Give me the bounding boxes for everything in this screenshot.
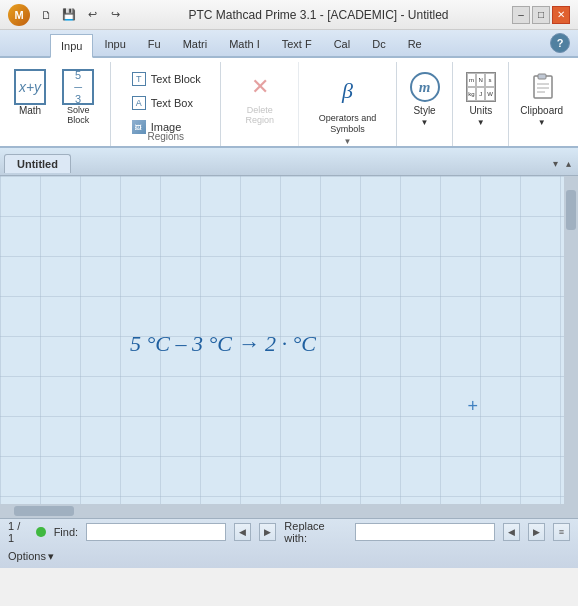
style-button[interactable]: m Style ▼ — [400, 66, 450, 132]
text-box-icon: A — [131, 95, 147, 111]
units-button[interactable]: m N s kg J W Units ▼ — [456, 66, 506, 132]
vertical-scrollbar[interactable] — [564, 176, 578, 504]
page-indicator: 1 / 1 — [8, 520, 28, 544]
window-controls: – □ ✕ — [512, 6, 570, 24]
operators-symbols-button[interactable]: β Operators and Symbols ▼ — [305, 66, 390, 151]
window-title: PTC Mathcad Prime 3.1 - [ACADEMIC] - Unt… — [125, 8, 512, 22]
replace-next-button[interactable]: ▶ — [528, 523, 545, 541]
ribbon-group-regions: T Text Block A Text Box 🖼 Image Regions — [111, 62, 221, 146]
close-button[interactable]: ✕ — [552, 6, 570, 24]
lines-button[interactable]: ≡ — [553, 523, 570, 541]
replace-label: Replace with: — [284, 520, 346, 544]
undo-button[interactable]: ↩ — [82, 6, 102, 24]
save-button[interactable]: 💾 — [59, 6, 79, 24]
delete-region-button: ✕ Delete Region — [227, 66, 292, 130]
units-content: m N s kg J W Units ▼ — [456, 62, 506, 146]
document-tab-bar: Untitled ▾ ▴ — [0, 148, 578, 176]
math-button[interactable]: x+y Math — [10, 66, 50, 121]
text-block-button[interactable]: T Text Block — [124, 68, 208, 90]
app-logo: M — [8, 4, 30, 26]
style-content: m Style ▼ — [400, 62, 450, 146]
title-bar-left: M 🗋 💾 ↩ ↪ — [8, 4, 125, 26]
replace-input[interactable] — [355, 523, 495, 541]
find-input[interactable] — [86, 523, 226, 541]
document-tab-controls: ▾ ▴ — [550, 157, 574, 170]
solve-icon: 5─3 — [62, 71, 94, 103]
ribbon-group-clipboard: Clipboard ▼ — [509, 62, 574, 146]
find-label: Find: — [54, 526, 78, 538]
tab-insert[interactable]: Inpu — [50, 34, 93, 58]
replace-prev-button[interactable]: ◀ — [503, 523, 520, 541]
new-button[interactable]: 🗋 — [36, 6, 56, 24]
find-prev-button[interactable]: ◀ — [234, 523, 251, 541]
tab-input[interactable]: Inpu — [93, 32, 136, 56]
ribbon-group-math: x+y Math 5─3 Solve Block — [4, 62, 111, 146]
text-box-button[interactable]: A Text Box — [124, 92, 208, 114]
clipboard-button[interactable]: Clipboard ▼ — [511, 66, 572, 132]
tab-minimize-button[interactable]: ▾ — [550, 157, 561, 170]
ribbon-tabs: Inpu Inpu Fu Matri Math I Text F Cal Dc … — [0, 30, 578, 58]
worksheet[interactable]: 5 °C – 3 °C → 2 · °C + — [0, 176, 578, 504]
svg-rect-1 — [538, 74, 546, 79]
delete-icon: ✕ — [244, 71, 276, 103]
text-block-icon: T — [131, 71, 147, 87]
options-button[interactable]: Options ▾ — [8, 550, 54, 563]
ribbon-group-operators: β Operators and Symbols ▼ — [299, 62, 397, 146]
ribbon: x+y Math 5─3 Solve Block T Text Block — [0, 58, 578, 148]
operators-content: β Operators and Symbols ▼ — [305, 62, 390, 151]
document-area: Untitled ▾ ▴ 5 °C – 3 °C → 2 · °C + — [0, 148, 578, 518]
h-scroll-thumb[interactable] — [14, 506, 74, 516]
operators-icon: β — [328, 71, 368, 111]
math-expression[interactable]: 5 °C – 3 °C → 2 · °C — [130, 331, 316, 357]
cursor-crosshair: + — [467, 396, 478, 417]
status-indicator-dot — [36, 527, 45, 537]
status-row-options: Options ▾ — [0, 545, 578, 567]
quick-access-toolbar: 🗋 💾 ↩ ↪ — [36, 6, 125, 24]
tab-cal[interactable]: Cal — [323, 32, 362, 56]
math-group-content: x+y Math 5─3 Solve Block — [10, 62, 104, 148]
v-scroll-thumb[interactable] — [566, 190, 576, 230]
math-icon: x+y — [14, 71, 46, 103]
status-bar: 1 / 1 Find: ◀ ▶ Replace with: ◀ ▶ ≡ Opti… — [0, 518, 578, 568]
help-button[interactable]: ? — [550, 33, 570, 53]
clipboard-content: Clipboard ▼ — [511, 62, 572, 146]
worksheet-grid: 5 °C – 3 °C → 2 · °C + — [0, 176, 578, 504]
style-icon: m — [409, 71, 441, 103]
clipboard-icon — [526, 71, 558, 103]
delete-content: ✕ Delete Region — [227, 62, 292, 146]
tab-restore-button[interactable]: ▴ — [563, 157, 574, 170]
units-icon: m N s kg J W — [465, 71, 497, 103]
regions-label: Regions — [111, 131, 220, 142]
ribbon-group-style: m Style ▼ — [397, 62, 453, 146]
tab-fu[interactable]: Fu — [137, 32, 172, 56]
maximize-button[interactable]: □ — [532, 6, 550, 24]
ribbon-group-units: m N s kg J W Units ▼ — [453, 62, 509, 146]
ribbon-group-delete: ✕ Delete Region — [221, 62, 299, 146]
redo-button[interactable]: ↪ — [105, 6, 125, 24]
tab-dc[interactable]: Dc — [361, 32, 396, 56]
solve-block-button[interactable]: 5─3 Solve Block — [52, 66, 104, 130]
tab-matri[interactable]: Matri — [172, 32, 218, 56]
status-row-find: 1 / 1 Find: ◀ ▶ Replace with: ◀ ▶ ≡ — [0, 519, 578, 545]
horizontal-scrollbar[interactable] — [0, 504, 578, 518]
tab-text-f[interactable]: Text F — [271, 32, 323, 56]
tab-re[interactable]: Re — [397, 32, 433, 56]
tab-math-i[interactable]: Math I — [218, 32, 271, 56]
document-tab-untitled[interactable]: Untitled — [4, 154, 71, 173]
minimize-button[interactable]: – — [512, 6, 530, 24]
title-bar: M 🗋 💾 ↩ ↪ PTC Mathcad Prime 3.1 - [ACADE… — [0, 0, 578, 30]
find-next-button[interactable]: ▶ — [259, 523, 276, 541]
